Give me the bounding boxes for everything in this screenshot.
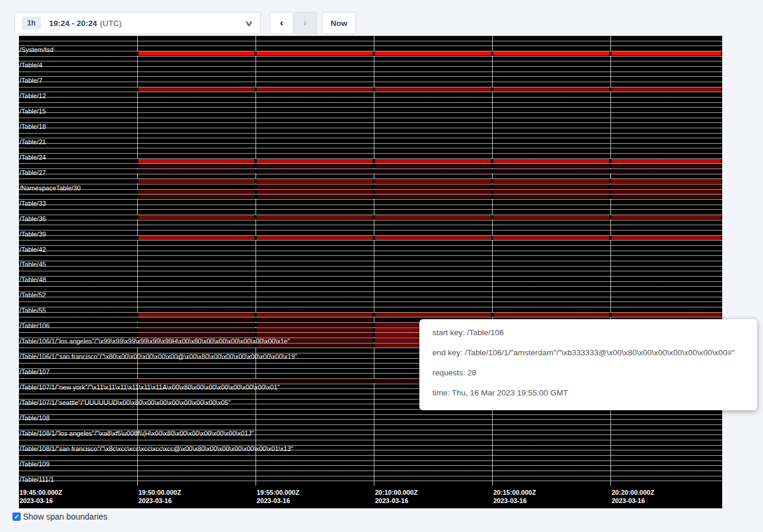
heatmap-span-cell[interactable] — [137, 164, 256, 168]
tick-time: 19:45:00.000Z — [20, 488, 62, 497]
span-key-label: /Table/33 — [20, 200, 46, 207]
heatmap-span-cell[interactable] — [610, 194, 722, 199]
span-key-label: /Table/48 — [20, 276, 46, 283]
heatmap-rows[interactable]: /System/tsd/Table/4/Table/7/Table/12/Tab… — [19, 35, 722, 486]
heatmap-span-cell[interactable] — [492, 164, 610, 168]
heatmap-span-cell[interactable] — [492, 313, 610, 317]
heatmap-span-cell[interactable] — [492, 51, 610, 56]
heatmap-span-cell[interactable] — [137, 323, 256, 327]
heatmap-span-cell[interactable] — [137, 313, 256, 317]
tooltip-time: time: Thu, 16 Mar 2023 19:55:00 GMT — [432, 387, 751, 399]
span-key-label: /Table/108 — [20, 414, 50, 421]
heatmap-span-cell[interactable] — [374, 190, 492, 194]
span-key-label: /Table/15 — [20, 108, 46, 115]
time-axis-tick: 19:45:00.000Z2023-03-16 — [20, 488, 62, 505]
time-gridline — [492, 35, 493, 486]
heatmap-span-cell[interactable] — [374, 236, 492, 240]
heatmap-span-cell[interactable] — [610, 159, 722, 163]
time-axis-tick: 19:55:00.000Z2023-03-16 — [257, 488, 299, 505]
heatmap-span-cell[interactable] — [374, 184, 492, 189]
time-range-select[interactable]: 1h 19:24 - 20:24 (UTC) ∨ — [14, 12, 261, 34]
heatmap-span-cell[interactable] — [374, 313, 492, 317]
span-key-label: /System/tsd — [20, 46, 53, 53]
heatmap-span-cell[interactable] — [492, 215, 610, 219]
heatmap-span-cell[interactable] — [610, 51, 722, 56]
heatmap-span-cell[interactable] — [137, 194, 256, 199]
heatmap-span-cell[interactable] — [492, 194, 610, 199]
heatmap-span-cell[interactable] — [374, 194, 492, 199]
heatmap-span-cell[interactable] — [610, 190, 722, 194]
key-visualizer-heatmap[interactable]: /System/tsd/Table/4/Table/7/Table/12/Tab… — [19, 35, 722, 508]
time-range-duration-badge: 1h — [22, 17, 41, 30]
heatmap-span-cell[interactable] — [610, 313, 722, 317]
heatmap-span-cell[interactable] — [256, 379, 374, 383]
heatmap-span-cell[interactable] — [256, 333, 374, 337]
heatmap-span-cell[interactable] — [137, 236, 256, 240]
heatmap-span-cell[interactable] — [137, 51, 256, 56]
heatmap-span-cell[interactable] — [256, 179, 374, 183]
heatmap-span-cell[interactable] — [256, 164, 374, 168]
heatmap-span-cell[interactable] — [256, 236, 374, 240]
heatmap-span-cell[interactable] — [256, 51, 374, 56]
show-span-boundaries-label[interactable]: Show span boundaries — [23, 512, 107, 521]
heatmap-span-cell[interactable] — [137, 379, 256, 383]
heatmap-span-cell[interactable] — [256, 159, 374, 163]
heatmap-span-cell[interactable] — [492, 184, 610, 189]
heatmap-span-cell[interactable] — [374, 51, 492, 56]
time-range-text: 19:24 - 20:24 — [49, 19, 97, 28]
heatmap-span-cell[interactable] — [137, 215, 256, 219]
now-button[interactable]: Now — [322, 12, 356, 34]
next-interval-button[interactable]: › — [293, 12, 317, 34]
tick-time: 20:15:00.000Z — [493, 488, 536, 497]
heatmap-span-cell[interactable] — [256, 317, 374, 322]
heatmap-span-cell[interactable] — [610, 164, 722, 168]
heatmap-span-cell[interactable] — [137, 87, 256, 92]
heatmap-span-cell[interactable] — [256, 328, 374, 332]
heatmap-span-cell[interactable] — [610, 179, 722, 183]
tick-date: 2023-03-16 — [257, 497, 299, 505]
heatmap-span-cell[interactable] — [256, 215, 374, 219]
chevron-right-icon: › — [303, 17, 307, 29]
time-axis-tick: 20:10:00.000Z2023-03-16 — [375, 488, 418, 505]
heatmap-span-cell[interactable] — [374, 169, 492, 173]
heatmap-span-cell[interactable] — [256, 184, 374, 189]
heatmap-span-cell[interactable] — [256, 169, 374, 173]
heatmap-span-cell[interactable] — [492, 179, 610, 183]
heatmap-span-cell[interactable] — [137, 179, 256, 183]
heatmap-span-cell[interactable] — [137, 317, 256, 322]
heatmap-span-cell[interactable] — [492, 159, 610, 163]
previous-interval-button[interactable]: ‹ — [270, 12, 293, 34]
tooltip-start-key: start key: /Table/106 — [432, 327, 751, 339]
heatmap-span-cell[interactable] — [492, 236, 610, 240]
heatmap-span-cell[interactable] — [492, 169, 610, 173]
span-key-label: /Table/27 — [20, 169, 46, 176]
heatmap-span-cell[interactable] — [256, 87, 374, 92]
tick-date: 2023-03-16 — [20, 497, 62, 505]
heatmap-span-cell[interactable] — [137, 159, 256, 163]
span-key-label: /Table/107/1/"seattle"/"UUUUUUD\x00\x80\… — [20, 399, 231, 406]
heatmap-span-cell[interactable] — [137, 328, 256, 332]
heatmap-span-cell[interactable] — [610, 169, 722, 173]
heatmap-span-cell[interactable] — [256, 313, 374, 317]
heatmap-span-cell[interactable] — [137, 190, 256, 194]
show-span-boundaries-toggle[interactable]: ✓ Show span boundaries — [12, 512, 107, 521]
heatmap-span-cell[interactable] — [610, 184, 722, 189]
heatmap-span-cell[interactable] — [492, 87, 610, 92]
heatmap-span-cell[interactable] — [374, 87, 492, 92]
heatmap-span-cell[interactable] — [610, 215, 722, 219]
heatmap-span-cell[interactable] — [610, 87, 722, 92]
checkbox-checked-icon[interactable]: ✓ — [12, 512, 21, 521]
heatmap-span-cell[interactable] — [137, 333, 256, 337]
heatmap-span-cell[interactable] — [374, 164, 492, 168]
heatmap-span-cell[interactable] — [610, 236, 722, 240]
heatmap-span-cell[interactable] — [492, 190, 610, 194]
span-key-label: /Table/108/1/"san francisco"/"\x8c\xcc\x… — [20, 445, 293, 452]
heatmap-span-cell[interactable] — [256, 194, 374, 199]
heatmap-span-cell[interactable] — [374, 215, 492, 219]
heatmap-span-cell[interactable] — [374, 179, 492, 183]
span-key-label: /Table/108/1/"los angeles"/"\xa8\xf5\u00… — [20, 430, 254, 437]
heatmap-span-cell[interactable] — [256, 323, 374, 327]
heatmap-span-cell[interactable] — [374, 159, 492, 163]
heatmap-span-cell[interactable] — [137, 169, 256, 173]
heatmap-span-cell[interactable] — [256, 190, 374, 194]
